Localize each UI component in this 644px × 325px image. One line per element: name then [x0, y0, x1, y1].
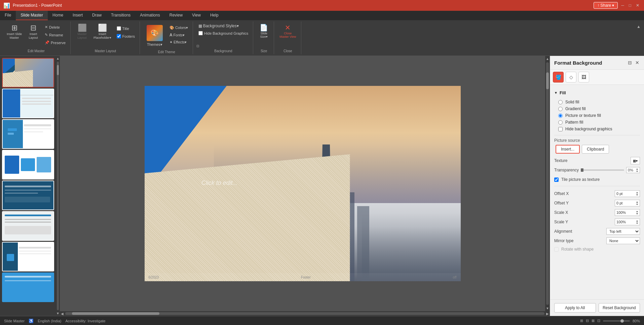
close-master-view-button[interactable]: ✕ CloseMaster View	[277, 23, 298, 40]
offset-y-spinner[interactable]: ▲ ▼	[636, 201, 638, 205]
offset-x-spinner[interactable]: ▲ ▼	[636, 191, 638, 196]
apply-to-all-button[interactable]: Apply to All	[554, 303, 596, 313]
master-layout-button[interactable]: ⬜ MasterLayout	[74, 23, 90, 41]
footers-checkbox[interactable]	[117, 34, 121, 38]
slide-canvas[interactable]: Click to edit... 6/2023 Footer off	[145, 86, 461, 281]
alignment-dropdown[interactable]: Top left Top center Center	[606, 228, 640, 235]
slide-thumbnail-1[interactable]	[2, 58, 54, 88]
fill-section-header[interactable]: ▼ Fill	[554, 90, 640, 95]
tab-help[interactable]: Help	[205, 11, 223, 20]
slide-thumbnail-5[interactable]	[2, 181, 54, 210]
close-button[interactable]: ✕	[635, 3, 641, 8]
slide-thumbnail-4[interactable]	[2, 150, 54, 180]
transparency-spinner[interactable]: ▲ ▼	[636, 168, 638, 172]
tab-draw[interactable]: Draw	[87, 11, 106, 20]
gradient-fill-radio[interactable]	[558, 107, 563, 111]
tab-slide-master[interactable]: Slide Master	[16, 11, 48, 20]
scale-y-spinner[interactable]: ▲ ▼	[636, 220, 638, 224]
texture-dropdown-button[interactable]: ▦▾	[631, 157, 640, 164]
hide-background-checkbox[interactable]	[198, 31, 203, 35]
pattern-fill-radio[interactable]	[558, 120, 563, 125]
offset-y-input[interactable]: 0 pt ▲ ▼	[615, 200, 640, 206]
slide-panel-scroll-up[interactable]: ▲	[55, 56, 60, 61]
hide-bg-graphics-checkbox[interactable]	[558, 127, 563, 131]
transparency-up-arrow[interactable]: ▲	[636, 168, 638, 170]
transparency-slider-thumb[interactable]	[581, 168, 583, 172]
tab-view[interactable]: View	[187, 11, 205, 20]
clipboard-button[interactable]: Clipboard	[582, 145, 609, 154]
zoom-slider-thumb[interactable]	[620, 319, 624, 323]
tab-insert[interactable]: Insert	[68, 11, 87, 20]
background-styles-dropdown[interactable]: ▦ Background Styles▾	[196, 23, 241, 29]
slide-thumbnail-3[interactable]	[2, 119, 54, 149]
vscroll-down-btn[interactable]: ▼	[545, 305, 550, 311]
colors-dropdown[interactable]: 🎨 Colors▾	[167, 25, 190, 31]
tab-file[interactable]: File	[0, 11, 16, 20]
tab-animations[interactable]: Animations	[135, 11, 164, 20]
slide-thumbnail-6[interactable]	[2, 211, 54, 241]
view-presentation-icon[interactable]: ⊡	[597, 319, 600, 323]
footers-checkbox-label[interactable]: Footers	[115, 33, 137, 39]
format-tab-shape[interactable]: ◇	[566, 72, 576, 83]
delete-button[interactable]: ✕ Delete	[43, 24, 68, 30]
view-normal-icon[interactable]: ⊞	[580, 319, 583, 323]
transparency-value-field[interactable]: 0% ▲ ▼	[626, 167, 640, 173]
insert-picture-button[interactable]: Insert...	[556, 145, 580, 154]
tile-texture-option[interactable]: Tile picture as texture	[554, 176, 640, 183]
rotate-with-shape-option[interactable]: Rotate with shape	[554, 246, 640, 253]
rename-button[interactable]: ✎ Rename	[43, 32, 68, 38]
tab-home[interactable]: Home	[48, 11, 68, 20]
vscroll-up-btn[interactable]: ▲	[545, 56, 550, 62]
themes-button[interactable]: 🎨 Themes▾	[143, 23, 166, 49]
slide-thumbnail-2[interactable]	[2, 89, 54, 118]
offset-x-input[interactable]: 0 pt ▲ ▼	[615, 190, 640, 197]
slide-panel-scroll-thumb[interactable]	[57, 65, 59, 75]
canvas-horizontal-scrollbar[interactable]: ◀ ▶	[60, 311, 550, 316]
title-checkbox-label[interactable]: Title	[115, 26, 137, 31]
minimize-button[interactable]: ─	[620, 3, 626, 8]
insert-placeholder-button[interactable]: ⬜ InsertPlaceholder▾	[91, 23, 113, 41]
scale-x-spinner[interactable]: ▲ ▼	[636, 210, 638, 215]
mirror-type-dropdown[interactable]: None Horizontal Vertical	[606, 237, 640, 244]
slide-thumbnail-7[interactable]	[2, 242, 54, 271]
hscroll-thumb[interactable]	[72, 312, 159, 315]
picture-texture-fill-option[interactable]: Picture or texture fill	[554, 112, 640, 119]
title-checkbox[interactable]	[117, 26, 121, 31]
transparency-slider[interactable]	[581, 169, 624, 171]
solid-fill-option[interactable]: Solid fill	[554, 99, 640, 105]
insert-layout-button[interactable]: ⊟ InsertLayout	[25, 23, 41, 41]
scale-x-input[interactable]: 100% ▲ ▼	[615, 209, 640, 216]
reset-background-button[interactable]: Reset Background	[599, 303, 640, 313]
hide-background-label[interactable]: Hide Background Graphics	[196, 30, 250, 36]
hscroll-right-btn[interactable]: ▶	[545, 311, 550, 317]
slide-thumbnail-8[interactable]	[2, 272, 54, 302]
solid-fill-radio[interactable]	[558, 100, 563, 104]
preserve-button[interactable]: 📌 Preserve	[43, 40, 68, 45]
view-slide-sorter-icon[interactable]: ⊟	[586, 319, 589, 323]
share-button[interactable]: ↑ Share ▾	[594, 2, 618, 9]
slide-edit-text[interactable]: Click to edit...	[201, 180, 238, 187]
effects-dropdown[interactable]: ✦ Effects▾	[167, 39, 190, 45]
format-panel-close-button[interactable]: ✕	[635, 59, 640, 66]
tab-review[interactable]: Review	[165, 11, 187, 20]
ribbon-collapse-button[interactable]: ▲	[635, 23, 642, 30]
insert-slide-master-button[interactable]: ⊞ Insert SlideMaster	[5, 23, 24, 41]
pattern-fill-option[interactable]: Pattern fill	[554, 119, 640, 126]
vscroll-thumb[interactable]	[546, 72, 549, 89]
maximize-button[interactable]: □	[628, 3, 633, 8]
tab-transitions[interactable]: Transitions	[106, 11, 135, 20]
view-reading-icon[interactable]: ⊠	[592, 319, 595, 323]
gradient-fill-option[interactable]: Gradient fill	[554, 105, 640, 112]
tile-texture-checkbox[interactable]	[554, 177, 559, 182]
canvas-vertical-scrollbar[interactable]: ▲ ▼	[545, 56, 550, 311]
slide-panel-scroll-down[interactable]: ▼	[55, 311, 60, 316]
picture-texture-fill-radio[interactable]	[558, 113, 563, 118]
transparency-down-arrow[interactable]: ▼	[636, 170, 638, 172]
slide-panel-scrollbar[interactable]: ▲ ▼	[56, 56, 60, 316]
fonts-dropdown[interactable]: A Fonts▾	[167, 32, 190, 38]
format-tab-image[interactable]: 🖼	[578, 72, 589, 83]
format-panel-collapse-button[interactable]: ⊟	[627, 59, 633, 66]
hscroll-left-btn[interactable]: ◀	[60, 311, 65, 317]
format-tab-fill[interactable]: 🪣	[553, 72, 564, 83]
slide-size-button[interactable]: 📄 SlideSize▾	[257, 23, 271, 40]
